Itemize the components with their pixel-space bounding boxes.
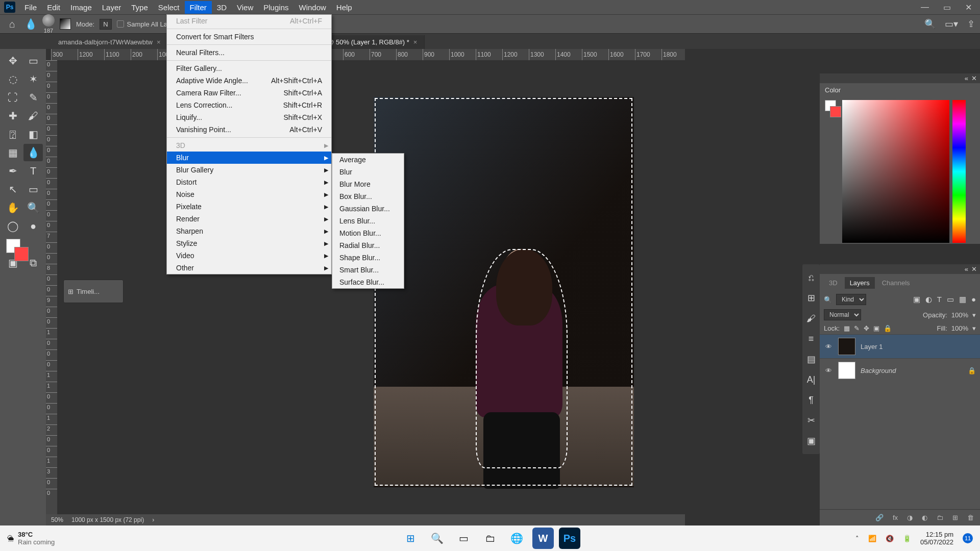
clock[interactable]: 12:15 pm 05/07/2022 <box>920 531 953 546</box>
quick-select-tool[interactable]: ✶ <box>23 70 43 88</box>
panel-tab-layers[interactable]: Layers <box>845 277 875 289</box>
canvas[interactable] <box>57 60 685 525</box>
workspace-icon[interactable]: ▭▾ <box>945 18 958 30</box>
opacity-value[interactable]: 100% <box>951 311 968 319</box>
lock-move-icon[interactable]: ✥ <box>864 324 869 332</box>
filter-item-pixelate[interactable]: Pixelate▶ <box>167 201 331 213</box>
filter-item-blur-gallery[interactable]: Blur Gallery▶ <box>167 164 331 176</box>
new-layer-icon[interactable]: ⊞ <box>952 514 958 521</box>
menu-layer[interactable]: Layer <box>97 1 127 14</box>
layer-row[interactable]: 👁Background🔒 <box>820 358 980 382</box>
close-tab-icon[interactable]: × <box>413 38 418 46</box>
hue-strip[interactable] <box>952 100 966 243</box>
properties-icon[interactable]: ⎌ <box>802 267 820 288</box>
scissors-icon[interactable]: ✂ <box>802 410 820 431</box>
filter-item-blur[interactable]: Blur▶ <box>167 152 331 164</box>
crop-tool[interactable]: ⛶ <box>3 89 22 106</box>
blur-item-lens-blur-[interactable]: Lens Blur... <box>332 215 404 227</box>
filter-item-other[interactable]: Other▶ <box>167 262 331 274</box>
libraries-icon[interactable]: ≡ <box>802 329 820 349</box>
brushes-icon[interactable]: 🖌 <box>802 308 820 329</box>
dodge-tool[interactable]: ● <box>23 217 43 235</box>
adjustments-icon[interactable]: ⊞ <box>802 288 820 308</box>
blur-item-shape-blur-[interactable]: Shape Blur... <box>332 252 404 264</box>
stamp-tool[interactable]: ⍰ <box>3 126 22 143</box>
blur-submenu[interactable]: AverageBlurBlur MoreBox Blur...Gaussian … <box>332 153 404 289</box>
group-icon[interactable]: 🗀 <box>937 514 943 521</box>
filter-item-convert-for-smart-filters[interactable]: Convert for Smart Filters <box>167 31 331 43</box>
menu-image[interactable]: Image <box>65 1 97 14</box>
link-icon[interactable]: 🔗 <box>875 514 884 521</box>
filter-item-vanishing-point-[interactable]: Vanishing Point...Alt+Ctrl+V <box>167 123 331 136</box>
fill-value[interactable]: 100% <box>951 324 968 332</box>
history-icon[interactable]: ▤ <box>802 349 820 369</box>
color-swatches[interactable] <box>825 100 839 243</box>
panel-tab-channels[interactable]: Channels <box>877 277 915 289</box>
filter-item-camera-raw-filter-[interactable]: Camera Raw Filter...Shift+Ctrl+A <box>167 87 331 99</box>
blend-mode-select[interactable]: Normal <box>824 309 861 320</box>
path-tool[interactable]: ↖ <box>3 181 22 198</box>
chrome-button[interactable]: 🌐 <box>506 528 527 549</box>
menu-file[interactable]: File <box>19 1 42 14</box>
layer-name[interactable]: Layer 1 <box>861 343 976 350</box>
brush-tool[interactable]: 🖌 <box>23 107 43 124</box>
blur-item-motion-blur-[interactable]: Motion Blur... <box>332 227 404 239</box>
menu-window[interactable]: Window <box>293 1 331 14</box>
blur-item-blur[interactable]: Blur <box>332 166 404 178</box>
adj-filter-icon[interactable]: ◐ <box>925 295 932 304</box>
lasso-tool[interactable]: ◌ <box>3 70 22 88</box>
color-swatches[interactable] <box>3 239 43 263</box>
wifi-icon[interactable]: 📶 <box>868 535 876 542</box>
filter-item-distort[interactable]: Distort▶ <box>167 176 331 188</box>
gradient-tool[interactable]: ▦ <box>3 144 22 161</box>
blur-item-gaussian-blur-[interactable]: Gaussian Blur... <box>332 203 404 215</box>
menu-plugins[interactable]: Plugins <box>258 1 293 14</box>
taskview-button[interactable]: ▭ <box>453 528 474 549</box>
minimize-icon[interactable]: — <box>921 3 929 12</box>
img-filter-icon[interactable]: ▣ <box>913 295 920 304</box>
chevron-up-icon[interactable]: ˄ <box>855 535 859 542</box>
lock-brush-icon[interactable]: ✎ <box>854 324 860 332</box>
collapse-icon[interactable]: « <box>965 74 968 82</box>
menu-view[interactable]: View <box>232 1 258 14</box>
brush-preview[interactable] <box>42 14 55 27</box>
layers-icon[interactable]: ▣ <box>802 431 820 451</box>
filter-item-lens-correction-[interactable]: Lens Correction...Shift+Ctrl+R <box>167 99 331 111</box>
close-tab-icon[interactable]: × <box>157 38 161 46</box>
weather-widget[interactable]: 🌦 38°C Rain coming <box>0 531 62 546</box>
layer-thumb[interactable] <box>838 362 855 379</box>
menu-select[interactable]: Select <box>153 1 185 14</box>
visibility-icon[interactable]: 👁 <box>824 367 833 374</box>
chevron-down-icon[interactable]: ▾ <box>972 324 976 332</box>
filter-item-noise[interactable]: Noise▶ <box>167 188 331 201</box>
shape-tool[interactable]: ▭ <box>23 181 43 198</box>
menu-help[interactable]: Help <box>331 1 357 14</box>
toggle-icon[interactable]: ● <box>971 295 976 304</box>
zoom-tool[interactable]: 🔍 <box>23 199 43 216</box>
type-icon[interactable]: A| <box>802 369 820 390</box>
explorer-button[interactable]: 🗀 <box>479 528 501 549</box>
pen-tool[interactable]: ✒ <box>3 162 22 180</box>
blur-item-box-blur-[interactable]: Box Blur... <box>332 190 404 203</box>
battery-icon[interactable]: 🔋 <box>903 535 911 542</box>
filter-item-video[interactable]: Video▶ <box>167 249 331 262</box>
start-button[interactable]: ⊞ <box>400 528 421 549</box>
photoshop-button[interactable]: Ps <box>559 528 580 549</box>
share-icon[interactable]: ⇪ <box>967 18 975 30</box>
eraser-tool[interactable]: ◧ <box>23 126 43 143</box>
zoom-value[interactable]: 50% <box>51 516 63 523</box>
close-icon[interactable]: ✕ <box>965 3 972 12</box>
layer-name[interactable]: Background <box>861 367 963 374</box>
blur-item-surface-blur-[interactable]: Surface Blur... <box>332 276 404 288</box>
blur-item-average[interactable]: Average <box>332 154 404 166</box>
blur-item-smart-blur-[interactable]: Smart Blur... <box>332 264 404 276</box>
notification-badge[interactable]: 11 <box>963 533 973 543</box>
filter-item-neural-filters-[interactable]: Neural Filters... <box>167 46 331 59</box>
shape-filter-icon[interactable]: ▭ <box>947 295 954 304</box>
filter-item-adaptive-wide-angle-[interactable]: Adaptive Wide Angle...Alt+Shift+Ctrl+A <box>167 74 331 87</box>
close-icon[interactable]: ✕ <box>971 265 977 273</box>
paragraph-icon[interactable]: ¶ <box>802 390 820 410</box>
layer-thumb[interactable] <box>838 338 855 355</box>
menu-3d[interactable]: 3D <box>212 1 232 14</box>
tool-icon[interactable]: 💧 <box>24 18 37 30</box>
